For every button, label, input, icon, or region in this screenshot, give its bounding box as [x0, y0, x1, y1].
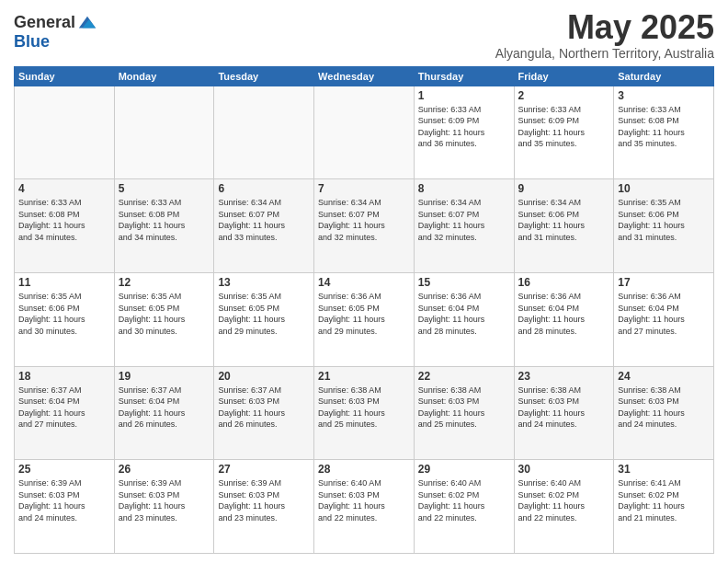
calendar-cell: 26Sunrise: 6:39 AM Sunset: 6:03 PM Dayli…: [114, 460, 214, 554]
calendar-cell: 12Sunrise: 6:35 AM Sunset: 6:05 PM Dayli…: [114, 272, 214, 366]
calendar-cell: 25Sunrise: 6:39 AM Sunset: 6:03 PM Dayli…: [15, 460, 115, 554]
day-info: Sunrise: 6:36 AM Sunset: 6:04 PM Dayligh…: [518, 291, 610, 337]
day-number: 12: [119, 276, 210, 289]
day-info: Sunrise: 6:36 AM Sunset: 6:04 PM Dayligh…: [618, 291, 710, 337]
day-number: 15: [418, 276, 510, 289]
calendar-header-tuesday: Tuesday: [214, 66, 314, 86]
calendar-header-wednesday: Wednesday: [314, 66, 415, 86]
day-number: 7: [318, 182, 410, 195]
calendar-cell: 17Sunrise: 6:36 AM Sunset: 6:04 PM Dayli…: [614, 272, 714, 366]
day-info: Sunrise: 6:33 AM Sunset: 6:09 PM Dayligh…: [418, 104, 510, 150]
day-info: Sunrise: 6:39 AM Sunset: 6:03 PM Dayligh…: [18, 477, 110, 523]
day-info: Sunrise: 6:37 AM Sunset: 6:04 PM Dayligh…: [119, 385, 210, 431]
calendar-header-saturday: Saturday: [614, 66, 714, 86]
day-number: 4: [18, 182, 110, 195]
day-number: 27: [218, 463, 310, 476]
day-number: 9: [518, 182, 610, 195]
day-number: 26: [119, 463, 210, 476]
day-info: Sunrise: 6:35 AM Sunset: 6:06 PM Dayligh…: [18, 291, 110, 337]
calendar-cell: 28Sunrise: 6:40 AM Sunset: 6:03 PM Dayli…: [314, 460, 415, 554]
day-info: Sunrise: 6:38 AM Sunset: 6:03 PM Dayligh…: [618, 385, 710, 431]
day-number: 25: [18, 463, 110, 476]
day-number: 1: [418, 89, 510, 102]
calendar-cell: 5Sunrise: 6:33 AM Sunset: 6:08 PM Daylig…: [114, 179, 214, 273]
location-title: Alyangula, Northern Territory, Australia: [495, 46, 714, 61]
calendar-cell: 13Sunrise: 6:35 AM Sunset: 6:05 PM Dayli…: [214, 272, 314, 366]
day-info: Sunrise: 6:33 AM Sunset: 6:08 PM Dayligh…: [119, 197, 210, 243]
calendar-cell: [114, 86, 214, 179]
calendar-week-1: 1Sunrise: 6:33 AM Sunset: 6:09 PM Daylig…: [15, 86, 714, 179]
day-info: Sunrise: 6:34 AM Sunset: 6:06 PM Dayligh…: [518, 197, 610, 243]
day-info: Sunrise: 6:38 AM Sunset: 6:03 PM Dayligh…: [418, 385, 510, 431]
calendar-cell: 7Sunrise: 6:34 AM Sunset: 6:07 PM Daylig…: [314, 179, 415, 273]
calendar-cell: 14Sunrise: 6:36 AM Sunset: 6:05 PM Dayli…: [314, 272, 415, 366]
day-number: 24: [618, 370, 710, 383]
day-info: Sunrise: 6:35 AM Sunset: 6:05 PM Dayligh…: [218, 291, 310, 337]
page: General Blue May 2025 Alyangula, Norther…: [0, 0, 728, 563]
day-number: 30: [518, 463, 610, 476]
day-info: Sunrise: 6:39 AM Sunset: 6:03 PM Dayligh…: [119, 477, 210, 523]
calendar-cell: 23Sunrise: 6:38 AM Sunset: 6:03 PM Dayli…: [514, 366, 614, 460]
calendar-cell: 9Sunrise: 6:34 AM Sunset: 6:06 PM Daylig…: [514, 179, 614, 273]
calendar-cell: 21Sunrise: 6:38 AM Sunset: 6:03 PM Dayli…: [314, 366, 415, 460]
day-number: 21: [318, 370, 410, 383]
day-info: Sunrise: 6:35 AM Sunset: 6:05 PM Dayligh…: [119, 291, 210, 337]
calendar-cell: 27Sunrise: 6:39 AM Sunset: 6:03 PM Dayli…: [214, 460, 314, 554]
calendar-cell: 24Sunrise: 6:38 AM Sunset: 6:03 PM Dayli…: [614, 366, 714, 460]
day-info: Sunrise: 6:40 AM Sunset: 6:03 PM Dayligh…: [318, 477, 410, 523]
header: General Blue May 2025 Alyangula, Norther…: [14, 9, 714, 61]
calendar-cell: 2Sunrise: 6:33 AM Sunset: 6:09 PM Daylig…: [514, 86, 614, 179]
calendar-cell: 16Sunrise: 6:36 AM Sunset: 6:04 PM Dayli…: [514, 272, 614, 366]
day-number: 18: [18, 370, 110, 383]
day-info: Sunrise: 6:34 AM Sunset: 6:07 PM Dayligh…: [418, 197, 510, 243]
calendar-table: SundayMondayTuesdayWednesdayThursdayFrid…: [14, 66, 714, 554]
calendar-cell: 11Sunrise: 6:35 AM Sunset: 6:06 PM Dayli…: [15, 272, 115, 366]
day-info: Sunrise: 6:37 AM Sunset: 6:04 PM Dayligh…: [18, 385, 110, 431]
day-number: 16: [518, 276, 610, 289]
day-number: 13: [218, 276, 310, 289]
calendar-header-thursday: Thursday: [414, 66, 514, 86]
calendar-cell: 30Sunrise: 6:40 AM Sunset: 6:02 PM Dayli…: [514, 460, 614, 554]
day-number: 22: [418, 370, 510, 383]
calendar-cell: 8Sunrise: 6:34 AM Sunset: 6:07 PM Daylig…: [414, 179, 514, 273]
day-number: 29: [418, 463, 510, 476]
day-info: Sunrise: 6:39 AM Sunset: 6:03 PM Dayligh…: [218, 477, 310, 523]
calendar-cell: 22Sunrise: 6:38 AM Sunset: 6:03 PM Dayli…: [414, 366, 514, 460]
day-number: 8: [418, 182, 510, 195]
day-info: Sunrise: 6:33 AM Sunset: 6:08 PM Dayligh…: [618, 104, 710, 150]
day-number: 19: [119, 370, 210, 383]
calendar-cell: 15Sunrise: 6:36 AM Sunset: 6:04 PM Dayli…: [414, 272, 514, 366]
day-info: Sunrise: 6:38 AM Sunset: 6:03 PM Dayligh…: [318, 385, 410, 431]
day-info: Sunrise: 6:34 AM Sunset: 6:07 PM Dayligh…: [318, 197, 410, 243]
calendar-week-4: 18Sunrise: 6:37 AM Sunset: 6:04 PM Dayli…: [15, 366, 714, 460]
day-number: 10: [618, 182, 710, 195]
day-info: Sunrise: 6:36 AM Sunset: 6:05 PM Dayligh…: [318, 291, 410, 337]
day-info: Sunrise: 6:34 AM Sunset: 6:07 PM Dayligh…: [218, 197, 310, 243]
calendar-cell: 31Sunrise: 6:41 AM Sunset: 6:02 PM Dayli…: [614, 460, 714, 554]
day-number: 17: [618, 276, 710, 289]
day-info: Sunrise: 6:35 AM Sunset: 6:06 PM Dayligh…: [618, 197, 710, 243]
day-number: 14: [318, 276, 410, 289]
day-number: 11: [18, 276, 110, 289]
calendar-week-2: 4Sunrise: 6:33 AM Sunset: 6:08 PM Daylig…: [15, 179, 714, 273]
logo: General Blue: [14, 13, 97, 52]
calendar-header-row: SundayMondayTuesdayWednesdayThursdayFrid…: [15, 66, 714, 86]
logo-general-text: General: [14, 14, 75, 32]
calendar-cell: 19Sunrise: 6:37 AM Sunset: 6:04 PM Dayli…: [114, 366, 214, 460]
day-info: Sunrise: 6:36 AM Sunset: 6:04 PM Dayligh…: [418, 291, 510, 337]
day-info: Sunrise: 6:37 AM Sunset: 6:03 PM Dayligh…: [218, 385, 310, 431]
day-info: Sunrise: 6:38 AM Sunset: 6:03 PM Dayligh…: [518, 385, 610, 431]
day-number: 31: [618, 463, 710, 476]
day-number: 23: [518, 370, 610, 383]
calendar-header-monday: Monday: [114, 66, 214, 86]
day-number: 6: [218, 182, 310, 195]
logo-icon: [77, 13, 97, 33]
calendar-cell: 1Sunrise: 6:33 AM Sunset: 6:09 PM Daylig…: [414, 86, 514, 179]
day-number: 3: [618, 89, 710, 102]
month-title: May 2025: [495, 9, 714, 46]
calendar-cell: [314, 86, 415, 179]
day-info: Sunrise: 6:33 AM Sunset: 6:09 PM Dayligh…: [518, 104, 610, 150]
calendar-cell: 18Sunrise: 6:37 AM Sunset: 6:04 PM Dayli…: [15, 366, 115, 460]
title-section: May 2025 Alyangula, Northern Territory, …: [495, 9, 714, 61]
day-number: 20: [218, 370, 310, 383]
